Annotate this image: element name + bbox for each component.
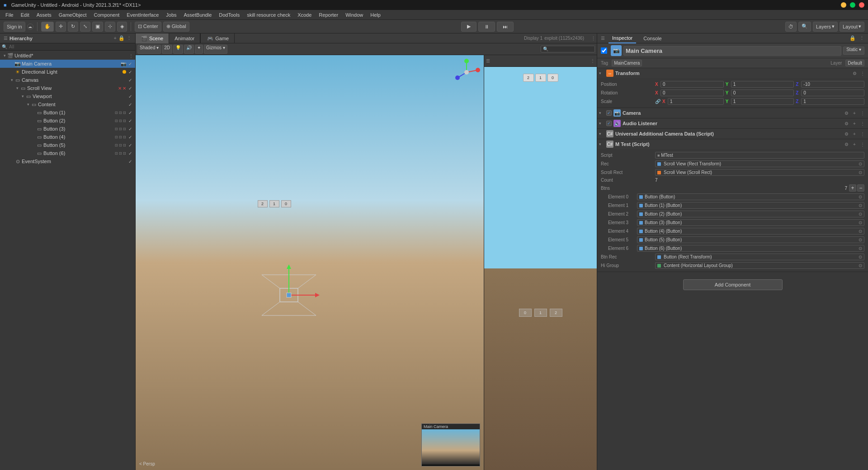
element3-value-field[interactable]: Button (3) (Button) ⊙ — [637, 219, 864, 226]
element6-value-field[interactable]: Button (6) (Button) ⊙ — [637, 245, 864, 252]
menu-xcode[interactable]: Xcode — [294, 11, 315, 19]
element0-link-icon[interactable]: ⊙ — [859, 194, 862, 199]
account-icon[interactable]: ☁ — [27, 24, 33, 30]
inspector-lock-icon[interactable]: 🔒 — [849, 35, 856, 41]
element5-link-icon[interactable]: ⊙ — [859, 237, 862, 242]
hierarchy-add-icon[interactable]: + — [114, 35, 117, 41]
element0-value-field[interactable]: Button (Button) ⊙ — [637, 193, 864, 200]
position-y-input[interactable]: 1 — [731, 81, 794, 88]
mtest-settings-icon[interactable]: ⚙ — [843, 141, 850, 148]
position-x-input[interactable]: 0 — [660, 81, 724, 88]
btn4-check[interactable]: ✓ — [127, 134, 133, 140]
element4-link-icon[interactable]: ⊙ — [859, 229, 862, 234]
scroll-view-check[interactable]: ✓ — [127, 85, 133, 91]
object-active-checkbox[interactable] — [601, 47, 607, 54]
hierarchy-menu-icon[interactable]: ☰ — [4, 36, 8, 41]
menu-gameobject[interactable]: GameObject — [55, 11, 90, 19]
hand-tool-button[interactable]: ✋ — [41, 22, 54, 32]
scene-audio-button[interactable]: 🔊 — [184, 45, 194, 54]
move-tool-button[interactable]: ✛ — [56, 22, 66, 32]
pivot-button[interactable]: ⊡ Center — [135, 22, 161, 32]
transform-settings-icon[interactable]: ⚙ — [851, 70, 858, 77]
close-button[interactable] — [859, 2, 864, 8]
canvas-check[interactable]: ✓ — [127, 77, 133, 83]
hierarchy-item-untitled[interactable]: ▾ 🎬 Untitled* ⋮ — [0, 52, 135, 60]
step-button[interactable]: ⏭ — [497, 22, 514, 32]
element5-value-field[interactable]: Button (5) (Button) ⊙ — [637, 236, 864, 243]
transform-tool-button[interactable]: ⊹ — [105, 22, 115, 32]
layer-value[interactable]: Default — [845, 60, 864, 66]
btn2-check[interactable]: ✓ — [127, 118, 133, 124]
content-check[interactable]: ✓ — [127, 101, 133, 108]
layout-button[interactable]: Layout ▾ — [840, 22, 864, 32]
rotation-y-input[interactable]: 0 — [731, 89, 794, 96]
audio-settings-icon[interactable]: ⚙ — [843, 120, 850, 127]
btns-add-button[interactable]: + — [849, 184, 856, 192]
camera-menu-icon[interactable]: ⋮ — [859, 109, 866, 117]
layers-button[interactable]: Layers ▾ — [813, 22, 838, 32]
hierarchy-lock-icon[interactable]: 🔒 — [118, 35, 125, 41]
menu-help[interactable]: Help — [367, 11, 384, 19]
list-item[interactable]: ▭ Button (1) ⊡ ⊡ ⊡ ✓ — [0, 108, 135, 117]
btn3-check[interactable]: ✓ — [127, 126, 133, 132]
urp-header[interactable]: ▾ C# Universal Additional Camera Data (S… — [597, 129, 868, 139]
menu-reporter[interactable]: Reporter — [315, 11, 342, 19]
hierarchy-item-directional-light[interactable]: ☀ Directional Light ✓ — [0, 68, 135, 76]
transform-header[interactable]: ▾ ↔ Transform ⚙ ⋮ — [597, 68, 868, 78]
btn6-check[interactable]: ✓ — [127, 150, 133, 156]
camera-header[interactable]: ▾ ✓ 📷 Camera ⚙ + ⋮ — [597, 108, 868, 118]
audio-menu-icon[interactable]: ⋮ — [859, 120, 866, 127]
eventsys-check[interactable]: ✓ — [127, 158, 133, 164]
hierarchy-more-icon[interactable]: ⋮ — [127, 35, 132, 41]
maximize-button[interactable] — [850, 2, 855, 8]
hierarchy-item-eventsystem[interactable]: ⊙ EventSystem ✓ — [0, 157, 135, 165]
pause-button[interactable]: ⏸ — [478, 22, 495, 32]
minimize-button[interactable] — [841, 2, 846, 8]
urp-settings-icon[interactable]: ⚙ — [843, 130, 850, 137]
camera-add-icon[interactable]: + — [851, 109, 858, 117]
center-more-button[interactable]: ⋮ — [590, 33, 597, 43]
add-component-button[interactable]: Add Component — [683, 279, 783, 290]
menu-assetbundle[interactable]: AssetBundle — [180, 11, 216, 19]
inspector-menu-icon[interactable]: ☰ — [601, 36, 605, 41]
scene-2d-button[interactable]: 2D — [162, 45, 172, 54]
global-button[interactable]: ⊕ Global — [163, 22, 189, 32]
scene-lighting-button[interactable]: 💡 — [173, 45, 183, 54]
script-value-field[interactable]: ■ MTest — [655, 152, 864, 159]
scrollrect-link-icon[interactable]: ⊙ — [859, 170, 862, 175]
menu-eventinterface[interactable]: EventInterface — [123, 11, 162, 19]
tab-console[interactable]: Console — [640, 33, 665, 43]
rec-value-field[interactable]: Scroll View (Rect Transform) ⊙ — [655, 160, 864, 167]
position-z-input[interactable]: -10 — [801, 81, 864, 88]
scrollrect-value-field[interactable]: Scroll View (Scroll Rect) ⊙ — [655, 169, 864, 176]
scene-fx-button[interactable]: ✦ — [195, 45, 203, 54]
urp-add-icon[interactable]: + — [851, 130, 858, 137]
element1-link-icon[interactable]: ⊙ — [859, 203, 862, 208]
custom-tool-button[interactable]: ◈ — [117, 22, 127, 32]
transform-menu-icon[interactable]: ⋮ — [859, 70, 866, 77]
menu-file[interactable]: File — [2, 11, 17, 19]
rotation-x-input[interactable]: 0 — [660, 89, 724, 96]
element1-value-field[interactable]: Button (1) (Button) ⊙ — [637, 202, 864, 209]
menu-window[interactable]: Window — [342, 11, 367, 19]
search-button[interactable]: 🔍 — [798, 22, 811, 32]
scale-tool-button[interactable]: ⤡ — [80, 22, 90, 32]
menu-edit[interactable]: Edit — [17, 11, 33, 19]
element2-link-icon[interactable]: ⊙ — [859, 212, 862, 216]
btn5-check[interactable]: ✓ — [127, 142, 133, 148]
play-button[interactable]: ▶ — [461, 22, 476, 32]
menu-dodtools[interactable]: DodTools — [215, 11, 243, 19]
audio-add-icon[interactable]: + — [851, 120, 858, 127]
camera-settings-icon[interactable]: ⚙ — [843, 109, 850, 117]
scale-x-input[interactable]: 1 — [668, 98, 724, 105]
history-button[interactable]: ⏱ — [785, 22, 797, 32]
menu-skillresource[interactable]: skill resource check — [243, 11, 294, 19]
scale-z-input[interactable]: 1 — [801, 98, 864, 105]
mtest-header[interactable]: ▾ C# M Test (Script) ⚙ + ⋮ — [597, 139, 868, 149]
hierarchy-item-canvas[interactable]: ▾ ▭ Canvas ✓ — [0, 76, 135, 84]
scene-gizmo[interactable] — [453, 59, 480, 86]
menu-assets[interactable]: Assets — [33, 11, 55, 19]
rec-link-icon[interactable]: ⊙ — [859, 161, 862, 166]
untitled-more-icon[interactable]: ⋮ — [129, 53, 133, 58]
inspector-more-icon[interactable]: ⋮ — [859, 35, 864, 41]
